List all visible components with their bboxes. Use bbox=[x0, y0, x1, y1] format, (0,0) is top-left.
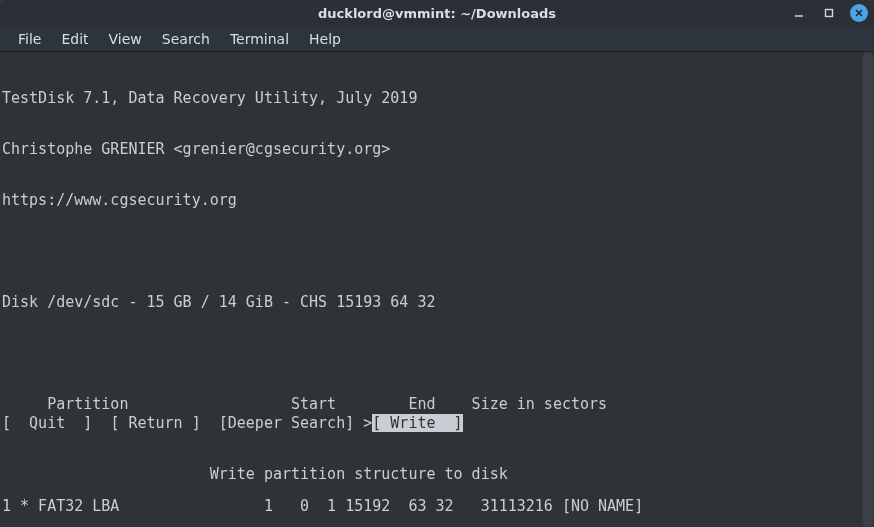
option-return[interactable]: [ Return ] bbox=[110, 414, 200, 432]
option-deeper-search[interactable]: [Deeper Search] bbox=[219, 414, 354, 432]
menu-view[interactable]: View bbox=[99, 29, 152, 49]
disk-info-line: Disk /dev/sdc - 15 GB / 14 GiB - CHS 151… bbox=[2, 294, 872, 311]
window-controls bbox=[790, 0, 868, 26]
menu-file[interactable]: File bbox=[8, 29, 51, 49]
svg-rect-1 bbox=[826, 10, 833, 17]
menu-help[interactable]: Help bbox=[299, 29, 351, 49]
option-hint: Write partition structure to disk bbox=[2, 466, 872, 483]
menu-options: [ Quit ] [ Return ] [Deeper Search] >[ W… bbox=[2, 381, 872, 517]
close-button[interactable] bbox=[850, 4, 868, 22]
menu-terminal[interactable]: Terminal bbox=[220, 29, 299, 49]
author-line: Christophe GRENIER <grenier@cgsecurity.o… bbox=[2, 141, 872, 158]
cursor-indicator: > bbox=[363, 414, 372, 432]
option-quit[interactable]: [ Quit ] bbox=[2, 414, 92, 432]
window-title: ducklord@vmmint: ~/Downloads bbox=[318, 6, 556, 21]
app-header-line: TestDisk 7.1, Data Recovery Utility, Jul… bbox=[2, 90, 872, 107]
terminal-output[interactable]: TestDisk 7.1, Data Recovery Utility, Jul… bbox=[0, 52, 874, 527]
menu-search[interactable]: Search bbox=[152, 29, 220, 49]
options-row: [ Quit ] [ Return ] [Deeper Search] >[ W… bbox=[2, 415, 872, 432]
blank-line bbox=[2, 345, 872, 362]
menu-bar: File Edit View Search Terminal Help bbox=[0, 26, 874, 52]
scrollbar-thumb[interactable] bbox=[863, 52, 873, 527]
maximize-button[interactable] bbox=[820, 4, 838, 22]
blank-line bbox=[2, 243, 872, 260]
project-url[interactable]: https://www.cgsecurity.org bbox=[2, 191, 237, 209]
scrollbar-track[interactable] bbox=[862, 52, 874, 527]
option-write[interactable]: [ Write ] bbox=[372, 414, 462, 432]
minimize-button[interactable] bbox=[790, 4, 808, 22]
window-titlebar: ducklord@vmmint: ~/Downloads bbox=[0, 0, 874, 26]
menu-edit[interactable]: Edit bbox=[51, 29, 98, 49]
